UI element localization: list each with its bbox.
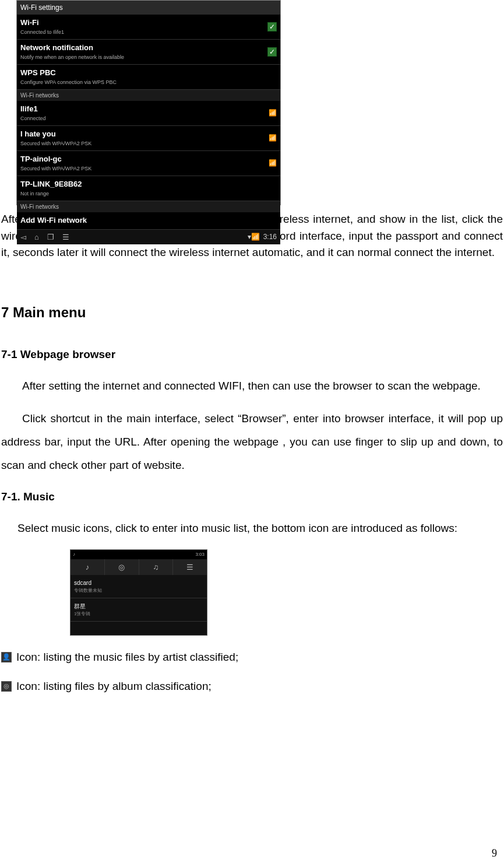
- add-wifi-label: Add Wi-Fi network: [20, 215, 87, 226]
- wifi-network-row[interactable]: I hate you Secured with WPA/WPA2 PSK 📶: [17, 126, 280, 151]
- wifi-networks-header: Wi-Fi networks: [17, 90, 280, 101]
- wifi-toggle-sub: Connected to Ilife1: [20, 29, 64, 37]
- artist-icon: 👤: [1, 652, 12, 662]
- wifi-toggle-label: Wi-Fi: [20, 17, 64, 29]
- android-nav-bar: ◅ ⌂ ❐ ☰ ▾📶 3:16: [17, 230, 280, 245]
- wps-pbc-row[interactable]: WPS PBC Configure WPA connection via WPS…: [17, 65, 280, 90]
- network-name: TP-ainol-gc: [20, 153, 91, 165]
- music-status-time: 3:03: [195, 551, 205, 558]
- music-list-row[interactable]: sdcard 专辑数量未知: [71, 575, 207, 598]
- tab-album[interactable]: ◎: [105, 559, 139, 576]
- music-list-row[interactable]: 群星 1张专辑: [71, 598, 207, 622]
- music-row-sub: 专辑数量未知: [74, 587, 203, 594]
- wifi-networks-header: Wi-Fi networks: [17, 201, 280, 212]
- network-status: Not in range: [20, 190, 82, 198]
- wifi-network-row[interactable]: TP-LINK_9E8B62 Not in range: [17, 176, 280, 201]
- wps-label: WPS PBC: [20, 67, 117, 79]
- browser-paragraph-2: Click shortcut in the main interface, se…: [1, 407, 503, 477]
- section-7-1-heading: 7-1 Webpage browser: [1, 346, 503, 363]
- wifi-status-icon: ▾📶: [248, 232, 260, 242]
- wifi-settings-header: Wi-Fi settings: [17, 1, 280, 15]
- status-time: 3:16: [263, 232, 277, 242]
- network-name: TP-LINK_9E8B62: [20, 178, 82, 190]
- network-notification-sub: Notify me when an open network is availa…: [20, 54, 124, 62]
- home-icon[interactable]: ⌂: [34, 232, 39, 243]
- network-name: I hate you: [20, 128, 91, 140]
- wps-sub: Configure WPA connection via WPS PBC: [20, 79, 117, 87]
- music-row-title: sdcard: [74, 578, 203, 587]
- album-icon-description: ◎ Icon: listing files by album classific…: [1, 676, 503, 696]
- checkbox-on-icon[interactable]: ✓: [267, 22, 277, 31]
- wifi-network-row[interactable]: TP-ainol-gc Secured with WPA/WPA2 PSK 📶: [17, 151, 280, 176]
- artist-icon-text: Icon: listing the music files by artist …: [16, 647, 238, 667]
- page-number: 9: [492, 846, 497, 861]
- tab-artist[interactable]: ♪: [71, 559, 105, 576]
- menu-icon[interactable]: ☰: [62, 232, 69, 243]
- album-icon: ◎: [1, 681, 12, 692]
- section-7-heading: 7 Main menu: [1, 302, 503, 323]
- browser-paragraph-1: After setting the internet and connected…: [1, 374, 503, 398]
- network-notification-label: Network notification: [20, 42, 124, 54]
- network-notification-row[interactable]: Network notification Notify me when an o…: [17, 40, 280, 65]
- wifi-toggle-row[interactable]: Wi-Fi Connected to Ilife1 ✓: [17, 15, 280, 40]
- network-status: Secured with WPA/WPA2 PSK: [20, 140, 91, 148]
- tab-songs[interactable]: ♫: [139, 559, 174, 576]
- back-icon[interactable]: ◅: [20, 232, 26, 243]
- signal-lock-icon: 📶: [269, 158, 277, 168]
- recents-icon[interactable]: ❐: [47, 232, 54, 243]
- network-name: Ilife1: [20, 103, 46, 115]
- add-wifi-row[interactable]: Add Wi-Fi network: [17, 212, 280, 230]
- wifi-network-row[interactable]: Ilife1 Connected 📶: [17, 101, 280, 126]
- checkbox-on-icon[interactable]: ✓: [267, 47, 277, 57]
- tab-playlist[interactable]: ☰: [173, 559, 207, 576]
- music-row-sub: 1张专辑: [74, 611, 203, 618]
- music-app-screenshot: ♪ 3:03 ♪ ◎ ♫ ☰ sdcard 专辑数量未知 群星 1张专辑: [70, 549, 207, 636]
- music-row-title: 群星: [74, 602, 203, 611]
- signal-icon: 📶: [269, 108, 277, 118]
- music-tab-bar: ♪ ◎ ♫ ☰: [71, 559, 207, 576]
- music-status-left: ♪: [73, 551, 75, 558]
- album-icon-text: Icon: listing files by album classificat…: [16, 676, 212, 696]
- signal-lock-icon: 📶: [269, 133, 277, 143]
- network-status: Secured with WPA/WPA2 PSK: [20, 165, 91, 173]
- music-paragraph: Select music icons, click to enter into …: [1, 517, 503, 540]
- artist-icon-description: 👤 Icon: listing the music files by artis…: [1, 647, 503, 667]
- network-status: Connected: [20, 115, 46, 123]
- wifi-settings-screenshot: Wi-Fi settings Wi-Fi Connected to Ilife1…: [16, 0, 281, 205]
- section-7-1-music-heading: 7-1. Music: [1, 489, 503, 506]
